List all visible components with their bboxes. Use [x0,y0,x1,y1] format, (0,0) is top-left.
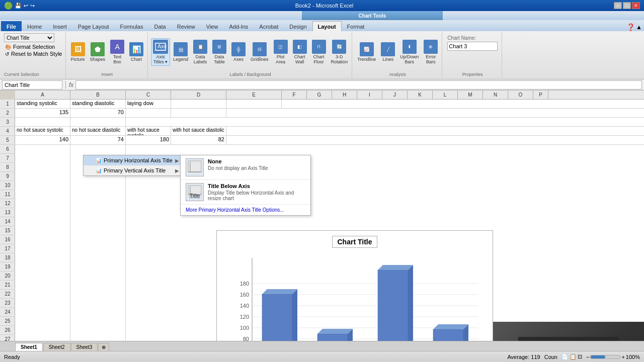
cell-c5[interactable]: 180 [126,136,171,144]
trendline-button[interactable]: 📈 Trendline [355,41,378,63]
reset-match-style-btn[interactable]: ↺ Reset to Match Style [4,50,63,57]
quick-access-save[interactable]: 💾 [15,3,22,9]
chart-title-box[interactable]: Chart Title [332,236,378,248]
tab-page-layout[interactable]: Page Layout [72,21,115,31]
tab-formulas[interactable]: Formulas [115,21,149,31]
chart-container[interactable]: Chart Title 0 20 40 60 [216,230,493,341]
row-16: 16 [0,235,15,244]
axis-titles-button[interactable]: Axis AxisTitles ▾ [151,38,170,66]
sheet-tab-3[interactable]: Sheet3 [71,343,98,351]
name-box[interactable] [2,80,62,89]
error-bars-button[interactable]: ⊕ ErrorBars [422,38,440,66]
tab-view[interactable]: View [201,21,224,31]
cell-b5[interactable]: 74 [70,136,126,144]
primary-horizontal-axis-title-item[interactable]: 📊 Primary Horizontal Axis Title ▶ [84,155,183,165]
primary-vertical-axis-title-item[interactable]: 📊 Primary Vertical Axis Title ▶ [84,165,183,175]
tab-add-ins[interactable]: Add-Ins [223,21,254,31]
row-23: 23 [0,299,15,308]
chart-element-selector[interactable]: Chart Title [4,33,54,42]
chart-floor-button[interactable]: ⊓ ChartFloor [310,38,328,66]
axes-button[interactable]: ╬ Axes [229,41,248,63]
cell-d1[interactable] [171,100,226,108]
plot-area-button[interactable]: ◫ PlotArea [272,38,290,66]
sheet-tab-2[interactable]: Sheet2 [43,343,70,351]
cell-a5[interactable]: 140 [15,136,70,144]
tab-layout[interactable]: Layout [312,21,342,31]
row-1: 1 [0,100,15,109]
cell-d2[interactable] [171,109,226,117]
tab-file[interactable]: File [1,21,22,31]
axis-none-item[interactable]: None Do not display an Axis Title [181,155,310,180]
text-box-button[interactable]: A TextBox [108,38,126,66]
cell-b1[interactable]: standing diastolic [70,100,126,108]
tab-review[interactable]: Review [172,21,201,31]
cell-a2[interactable]: 135 [15,109,70,117]
tab-acrobat[interactable]: Acrobat [254,21,284,31]
up-down-bars-button[interactable]: ⬍ Up/DownBars [398,38,421,66]
collapse-ribbon-icon[interactable]: ▲ [636,24,642,31]
cell-c4[interactable]: with hot sauce systolic [126,127,171,135]
zoom-slider[interactable] [590,355,620,359]
tab-data[interactable]: Data [148,21,171,31]
cell-c2[interactable] [126,109,171,117]
cell-e1[interactable] [226,100,282,108]
data-labels-button[interactable]: 📋 DataLabels [191,38,209,66]
svg-marker-27 [292,289,297,341]
normal-view-btn[interactable]: 📄 [561,353,569,360]
col-m: M [458,90,483,99]
legend-button[interactable]: ▤ Legend [171,41,190,63]
webcam-video [493,322,644,341]
minimize-button[interactable]: ─ [614,2,622,9]
zoom-out-btn[interactable]: − [586,354,589,360]
cell-b4[interactable]: no hot suace diastolic [70,127,126,135]
average-status: Average: 119 [507,354,540,360]
cell-a1[interactable]: standing systolic [15,100,70,108]
data-table-button[interactable]: ⊞ DataTable [210,38,228,66]
chart-name-input[interactable] [447,42,498,51]
svg-text:80: 80 [243,336,249,341]
col-c: C [126,90,171,99]
insert-sheet-btn[interactable]: ⊕ [98,343,109,351]
ready-status: Ready [4,354,20,360]
chart-wall-button[interactable]: ◧ ChartWall [291,38,309,66]
cell-rest-2 [226,109,644,117]
picture-button[interactable]: 🖼 Picture [69,41,87,63]
svg-marker-35 [433,324,468,329]
chart-svg: 0 20 40 60 80 100 120 140 [227,253,494,341]
tab-format[interactable]: Format [342,21,370,31]
tab-home[interactable]: Home [22,21,47,31]
row-14: 14 [0,217,15,226]
tab-design[interactable]: Design [284,21,312,31]
rotation-3d-button[interactable]: 🔄 3-DRotation [329,38,350,66]
page-layout-view-btn[interactable]: 📋 [570,353,577,360]
shapes-button[interactable]: ⬟ Shapes [88,41,108,63]
cell-d4[interactable]: with hot sauce diastolic [171,127,226,135]
row-8: 8 [0,163,15,172]
formula-input[interactable] [75,80,642,89]
cell-c1[interactable]: laying dow [126,100,171,108]
quick-access-undo[interactable]: ↩ [24,3,28,9]
col-g: G [307,90,332,99]
cell-a4[interactable]: no hot sauce systolic [15,127,70,135]
cell-d5[interactable]: 82 [171,136,226,144]
zoom-level: 100% [626,354,640,360]
sheet-tab-1[interactable]: Sheet1 [15,343,43,351]
svg-text:120: 120 [240,314,249,320]
zoom-in-btn[interactable]: + [621,354,624,360]
page-break-view-btn[interactable]: ⊡ [578,353,582,360]
row-headers: 1 2 3 4 5 6 7 8 9 10 11 12 13 14 [0,100,15,341]
restore-button[interactable]: □ [623,2,631,9]
chart-button[interactable]: 📊 Chart [127,41,145,63]
lines-button[interactable]: ╱ Lines [379,41,397,63]
format-selection-btn[interactable]: 🎨 Format Selection [4,43,63,50]
more-options-link[interactable]: More Primary Horizontal Axis Title Optio… [181,205,310,215]
cell-b2[interactable]: 70 [70,109,126,117]
gridlines-button[interactable]: ⊟ Gridlines [249,41,271,63]
help-icon[interactable]: ❓ [626,23,635,31]
tab-insert[interactable]: Insert [47,21,72,31]
col-n: N [483,90,508,99]
row-9: 9 [0,172,15,181]
quick-access-redo[interactable]: ↪ [30,3,35,9]
close-button[interactable]: ✕ [632,2,640,9]
axis-title-below-item[interactable]: Title Title Below Axis Display Title bel… [181,180,310,205]
